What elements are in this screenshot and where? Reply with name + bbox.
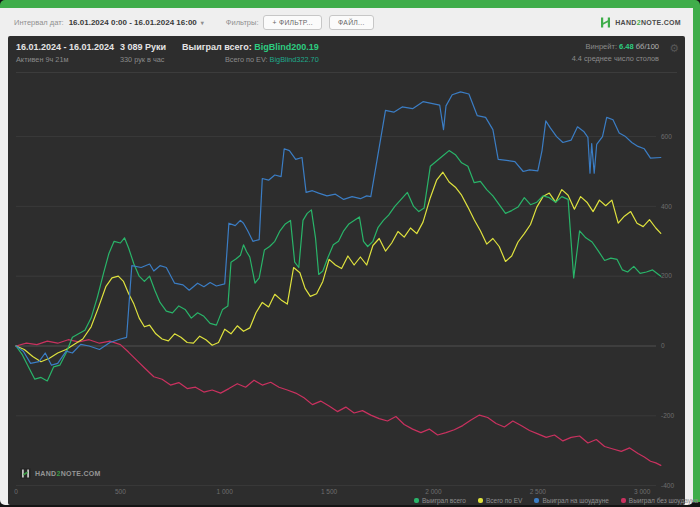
chevron-down-icon: ▾ xyxy=(201,19,204,26)
hands-block: 3 089 Руки 330 рук в час xyxy=(120,42,166,64)
date-range-block: 16.01.2024 - 16.01.2024 Активен 9ч 21м xyxy=(16,42,114,64)
legend-dot-total-won xyxy=(414,498,419,503)
legend-dot-showdown xyxy=(534,498,539,503)
won-value: BigBlind200.19 xyxy=(254,42,319,52)
legend-dot-ev xyxy=(478,498,483,503)
legend-dot-no-showdown xyxy=(621,498,626,503)
gear-icon[interactable]: ⚙ xyxy=(669,43,679,54)
x-axis-label-2 500: 2 500 xyxy=(530,488,547,495)
y-axis-label--200: -200 xyxy=(661,412,674,419)
watermark-text: HAND2NOTE.COM xyxy=(35,470,101,477)
y-axis-label-0: 0 xyxy=(661,342,665,349)
hand2note-logo-icon xyxy=(600,17,611,28)
y-axis-label-200: 200 xyxy=(661,272,672,279)
active-time: Активен 9ч 21м xyxy=(16,55,114,64)
brand-text: HAND2NOTE.COM xyxy=(615,19,681,26)
y-axis-label-400: 400 xyxy=(661,203,672,210)
series-line-Выиграл без шоудауна xyxy=(16,340,661,466)
winnings-graph: 6004002000-200-40005001 0001 5002 0002 5… xyxy=(8,73,685,505)
x-axis-label-500: 500 xyxy=(115,488,126,495)
series-line-Всего по EV xyxy=(16,172,661,362)
tables-average: 4.4 среднее число столов xyxy=(572,54,659,63)
hand2note-brand-link[interactable]: HAND2NOTE.COM xyxy=(600,17,681,28)
legend-item-ev[interactable]: Всего по EV xyxy=(478,497,522,504)
filters-label: Фильтры: xyxy=(226,18,259,27)
won-label: Выиграл всего: xyxy=(182,42,252,52)
x-axis-label-0: 0 xyxy=(14,488,18,495)
legend-item-total-won[interactable]: Выиграл всего xyxy=(414,497,466,504)
winrate-block: Винрейт: 6.48 бб/100 4.4 среднее число с… xyxy=(572,42,659,63)
legend-item-no-showdown[interactable]: Выиграл без шоудауна xyxy=(621,497,698,504)
ev-value: BigBlind322.70 xyxy=(270,55,319,64)
file-button[interactable]: ФАЙЛ... xyxy=(329,15,374,30)
x-axis-label-1 500: 1 500 xyxy=(321,488,338,495)
winnings-block: Выиграл всего: BigBlind200.19 Всего по E… xyxy=(182,42,319,64)
add-filter-button[interactable]: + ФИЛЬТР... xyxy=(263,15,322,30)
x-axis-label-2 000: 2 000 xyxy=(425,488,442,495)
hands-per-hour: 330 рук в час xyxy=(120,55,166,64)
y-axis-label--400: -400 xyxy=(661,482,674,489)
screen: Интервал дат: 16.01.2024 0:00 - 16.01.20… xyxy=(0,0,700,507)
date-range: 16.01.2024 - 16.01.2024 xyxy=(16,42,114,52)
toolbar: Интервал дат: 16.01.2024 0:00 - 16.01.20… xyxy=(0,8,693,36)
hands-count: 3 089 Руки xyxy=(120,42,166,52)
app-window: Интервал дат: 16.01.2024 0:00 - 16.01.20… xyxy=(0,8,693,505)
x-axis-label-1 000: 1 000 xyxy=(217,488,234,495)
date-interval-select[interactable]: 16.01.2024 0:00 - 16.01.2024 16:00 ▾ xyxy=(69,18,204,27)
window-edge-strip xyxy=(693,6,700,502)
date-interval-value: 16.01.2024 0:00 - 16.01.2024 16:00 xyxy=(69,18,197,27)
x-axis-label-3 000: 3 000 xyxy=(634,488,651,495)
date-interval-label: Интервал дат: xyxy=(14,18,64,27)
report-panel: 16.01.2024 - 16.01.2024 Активен 9ч 21м 3… xyxy=(8,36,685,505)
winrate-units: бб/100 xyxy=(636,42,659,51)
watermark: HAND2NOTE.COM xyxy=(20,468,101,479)
winrate-value: 6.48 xyxy=(619,42,634,51)
won-total: Выиграл всего: BigBlind200.19 xyxy=(182,42,319,52)
series-line-Выиграл на шоудауне xyxy=(16,92,661,365)
winrate-label: Винрейт: xyxy=(586,42,617,51)
ev-total: Всего по EV: BigBlind322.70 xyxy=(182,55,319,64)
y-axis-label-600: 600 xyxy=(661,133,672,140)
chart-legend: Выиграл всего Всего по EV Выиграл на шоу… xyxy=(414,497,698,504)
winrate-line: Винрейт: 6.48 бб/100 xyxy=(572,42,659,51)
window-title-bar xyxy=(0,0,700,8)
hand2note-watermark-icon xyxy=(20,468,31,479)
report-header: 16.01.2024 - 16.01.2024 Активен 9ч 21м 3… xyxy=(8,36,685,72)
legend-item-showdown[interactable]: Выиграл на шоудауне xyxy=(534,497,608,504)
ev-label: Всего по EV: xyxy=(225,55,268,64)
